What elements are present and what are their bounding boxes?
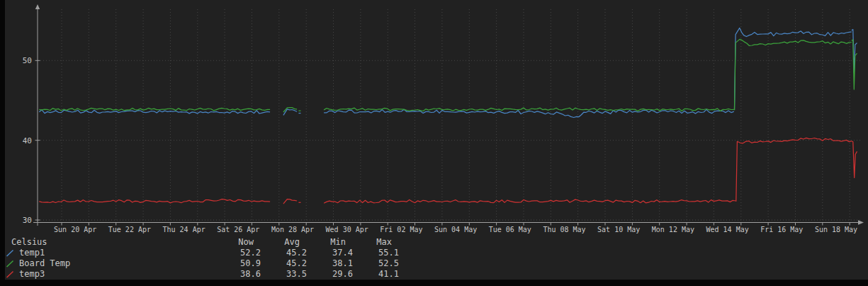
series-line-temp3 <box>736 138 852 202</box>
x-tick-label: Tue 06 May <box>489 226 531 233</box>
y-tick-label: 30 <box>23 216 32 225</box>
series-line-temp3 <box>39 199 270 203</box>
series-line-temp3 <box>852 141 857 178</box>
x-tick-label: Mon 28 Apr <box>271 226 314 233</box>
series-line-temp1 <box>852 30 857 73</box>
graph-panel: 504030Sun 20 AprTue 22 AprThu 24 AprSat … <box>5 0 868 280</box>
x-tick-label: Mon 12 May <box>652 226 694 233</box>
x-tick-label: Sun 18 May <box>815 226 857 233</box>
series-line-temp1 <box>39 110 270 114</box>
series-line-temp3 <box>283 199 297 204</box>
x-tick-label: Fri 16 May <box>760 226 803 233</box>
temperature-chart: 504030Sun 20 AprTue 22 AprThu 24 AprSat … <box>5 0 868 280</box>
x-tick-label: Sun 04 May <box>434 226 477 233</box>
x-tick-label: Tue 22 Apr <box>108 226 151 233</box>
x-tick-label: Sun 20 Apr <box>54 226 96 233</box>
y-tick-label: 40 <box>23 136 32 145</box>
x-tick-label: Thu 24 Apr <box>162 226 205 233</box>
x-tick-label: Thu 08 May <box>543 226 585 233</box>
series-line-temp1 <box>735 28 852 110</box>
series-line-temp3 <box>324 199 735 203</box>
series-line-board-temp <box>735 39 852 110</box>
x-tick-label: Sat 10 May <box>597 226 640 233</box>
y-axis-arrow-icon <box>35 4 40 9</box>
series-line-board-temp <box>39 108 270 111</box>
x-tick-label: Wed 14 May <box>706 226 748 233</box>
y-tick-label: 50 <box>23 56 32 65</box>
x-axis-arrow-icon <box>858 220 864 225</box>
series-line-temp1 <box>324 109 734 117</box>
x-tick-label: Wed 30 Apr <box>326 226 368 233</box>
x-tick-label: Sat 26 Apr <box>217 226 259 233</box>
x-tick-label: Fri 02 May <box>380 226 422 233</box>
